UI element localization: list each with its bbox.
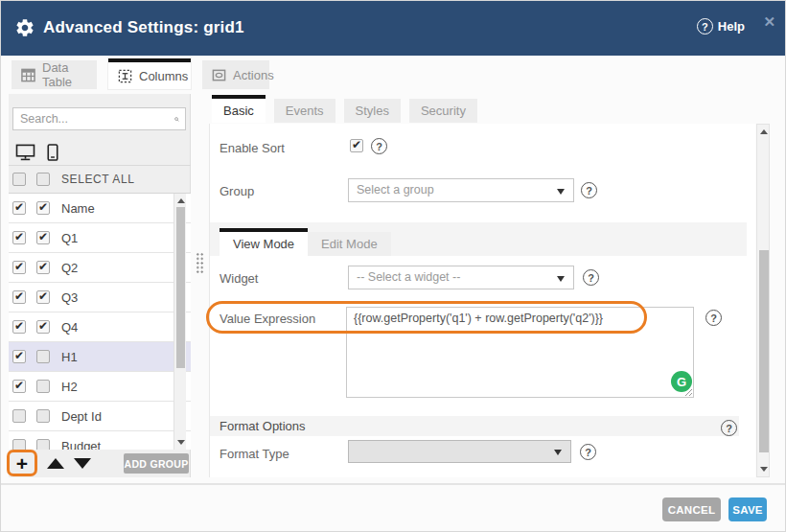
mobile-checkbox[interactable] — [36, 231, 50, 244]
column-row-dept-id[interactable]: Dept Id — [9, 402, 191, 431]
column-label: Q3 — [61, 290, 78, 305]
help-label: Help — [718, 19, 745, 34]
mobile-checkbox[interactable] — [36, 320, 50, 334]
desktop-checkbox[interactable] — [12, 231, 26, 244]
scroll-down-icon[interactable] — [760, 467, 768, 472]
column-label: Dept Id — [61, 409, 102, 424]
format-type-select[interactable] — [348, 440, 571, 463]
search-box — [12, 107, 186, 130]
close-icon[interactable]: ✕ — [763, 13, 775, 31]
tab-data-table-label: Data Table — [42, 60, 87, 89]
column-row-q3[interactable]: Q3 — [9, 283, 191, 312]
mobile-icon[interactable] — [47, 144, 58, 161]
mobile-checkbox[interactable] — [36, 380, 50, 393]
scrollbar-thumb[interactable] — [759, 250, 769, 452]
desktop-checkbox[interactable] — [12, 201, 26, 215]
add-group-button[interactable]: ADD GROUP — [124, 453, 189, 474]
value-expression-input[interactable]: {{row.getProperty('q1') + row.getPropert… — [346, 307, 694, 398]
select-all-row: SELECT ALL — [9, 166, 191, 194]
desktop-icon[interactable] — [15, 144, 35, 161]
column-row-q2[interactable]: Q2 — [9, 253, 191, 283]
tab-security[interactable]: Security — [409, 99, 477, 123]
select-all-mobile-checkbox[interactable] — [36, 173, 50, 186]
add-column-button[interactable]: + — [7, 450, 37, 476]
column-label: H2 — [61, 380, 78, 394]
help-question-icon: ? — [697, 18, 713, 35]
column-row-h1[interactable]: H1 — [9, 342, 191, 372]
help-button[interactable]: ? Help — [697, 18, 745, 35]
tab-actions[interactable]: Actions — [202, 60, 269, 89]
data-table-icon — [21, 68, 35, 82]
scroll-up-icon[interactable] — [177, 198, 185, 203]
desktop-checkbox[interactable] — [12, 261, 26, 274]
column-row-q1[interactable]: Q1 — [9, 223, 191, 253]
format-options-help-icon[interactable]: ? — [721, 420, 737, 436]
column-row-h2[interactable]: H2 — [9, 372, 191, 402]
widget-label: Widget — [220, 271, 258, 286]
scrollbar-thumb[interactable] — [176, 207, 185, 368]
panel-tabs: Basic Events Styles Security — [212, 95, 477, 123]
widget-help-icon[interactable]: ? — [583, 269, 599, 286]
search-input[interactable] — [13, 112, 174, 126]
dialog-title: Advanced Settings: grid1 — [43, 18, 244, 37]
widget-select[interactable]: -- Select a widget -- — [348, 266, 574, 289]
value-expression-help-icon[interactable]: ? — [705, 310, 722, 326]
mobile-checkbox[interactable] — [36, 439, 50, 450]
tab-events[interactable]: Events — [274, 99, 335, 123]
tab-basic[interactable]: Basic — [212, 95, 266, 123]
move-down-button[interactable] — [74, 458, 91, 469]
mobile-checkbox[interactable] — [36, 350, 50, 363]
panel-resize-handle[interactable] — [196, 252, 204, 274]
tab-actions-label: Actions — [233, 68, 274, 82]
desktop-checkbox[interactable] — [12, 380, 26, 393]
desktop-checkbox[interactable] — [12, 290, 26, 304]
columns-sidebar: SELECT ALL Name Q1 Q2 Q3 Q4 H1 H2 Dept I… — [9, 94, 191, 477]
sidebar-scrollbar[interactable] — [173, 194, 186, 450]
chevron-down-icon — [557, 276, 565, 282]
footer-divider — [1, 483, 786, 485]
mobile-checkbox[interactable] — [36, 201, 50, 215]
move-up-button[interactable] — [47, 458, 64, 469]
resize-handle-icon[interactable] — [684, 388, 693, 397]
desktop-checkbox[interactable] — [12, 320, 26, 334]
search-icon[interactable] — [174, 112, 179, 127]
column-label: H1 — [61, 350, 78, 364]
scroll-down-icon[interactable] — [177, 440, 185, 445]
gear-icon — [14, 17, 35, 38]
scroll-up-icon[interactable] — [760, 129, 768, 134]
column-row-q4[interactable]: Q4 — [9, 312, 191, 342]
column-label: Name — [61, 201, 95, 216]
device-toggle-row — [9, 139, 191, 166]
desktop-checkbox[interactable] — [12, 409, 26, 423]
column-row-budget[interactable]: Budget — [9, 431, 191, 450]
advanced-settings-dialog: Advanced Settings: grid1 ? Help ✕ Data T… — [0, 0, 786, 532]
chevron-down-icon — [554, 450, 562, 455]
group-help-icon[interactable]: ? — [581, 182, 597, 198]
enable-sort-checkbox[interactable] — [350, 139, 363, 152]
columns-icon — [118, 69, 132, 83]
widget-select-value: -- Select a widget -- — [357, 270, 460, 284]
desktop-checkbox[interactable] — [12, 350, 26, 363]
tab-columns[interactable]: Columns — [108, 58, 191, 89]
mobile-checkbox[interactable] — [36, 290, 50, 304]
format-type-help-icon[interactable]: ? — [580, 444, 596, 460]
cancel-button[interactable]: CANCEL — [662, 497, 721, 521]
enable-sort-label: Enable Sort — [220, 141, 285, 155]
tab-styles[interactable]: Styles — [344, 99, 401, 123]
panel-scrollbar[interactable] — [756, 124, 770, 477]
group-select[interactable]: Select a group — [348, 178, 574, 202]
tab-data-table[interactable]: Data Table — [12, 60, 97, 89]
column-label: Budget — [61, 439, 101, 451]
group-label: Group — [220, 184, 254, 198]
tab-view-mode[interactable]: View Mode — [220, 228, 308, 256]
save-button[interactable]: SAVE — [728, 497, 767, 521]
mobile-checkbox[interactable] — [36, 409, 50, 423]
sidebar-toolbar: + ADD GROUP — [9, 450, 191, 477]
column-row-name[interactable]: Name — [9, 194, 191, 223]
desktop-checkbox[interactable] — [12, 439, 26, 450]
enable-sort-help-icon[interactable]: ? — [371, 138, 387, 154]
select-all-desktop-checkbox[interactable] — [12, 173, 26, 186]
select-all-label: SELECT ALL — [61, 173, 135, 186]
tab-edit-mode[interactable]: Edit Mode — [308, 232, 391, 256]
mobile-checkbox[interactable] — [36, 261, 50, 274]
